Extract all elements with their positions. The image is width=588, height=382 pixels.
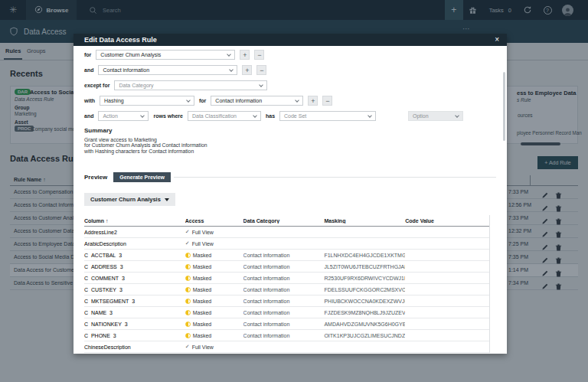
access-cell: Masked <box>185 276 243 281</box>
dropdown-placeholder: Action <box>103 113 117 119</box>
preview-table-row: C_NATIONKEY_3 Masked Contact information… <box>84 318 489 330</box>
remove-condition-button[interactable]: − <box>256 65 266 75</box>
full-view-icon: ✓ <box>185 229 190 235</box>
access-header: Access <box>185 218 243 224</box>
selected-asset: Customer Churn Analysis <box>90 196 161 203</box>
masking-cell: PHIUBCKWOCCNA0KDEXZWVJOG... <box>324 299 405 304</box>
masking-cell: FJZDESK9MZ8NQH8LJ9JZUZEVLB6... <box>324 310 405 315</box>
column-header-sortable[interactable]: Column ↑ <box>84 218 185 224</box>
chevron-down-icon <box>368 113 372 118</box>
data-classification-dropdown[interactable]: Data Classification <box>188 111 261 121</box>
masked-icon <box>185 264 191 269</box>
masked-icon <box>185 310 191 315</box>
masking-cell: JL5ZIT0WU6JTEBCUZFRTHGJAL226... <box>324 264 405 269</box>
column-name: AddressLine2 <box>84 230 185 235</box>
modal-header: Edit Data Access Rule × <box>74 34 507 46</box>
modal-title: Edit Data Access Rule <box>84 36 157 44</box>
dropdown-placeholder: Option <box>413 113 429 119</box>
preview-table-row: ChineseDescription ✓Full View <box>84 341 489 353</box>
dropdown-value: Hashing <box>104 98 124 103</box>
category-cell: Contact information <box>243 264 325 269</box>
column-name: C_ADDRESS_3 <box>84 264 185 269</box>
access-cell: Masked <box>185 253 243 258</box>
access-cell: Masked <box>185 333 243 338</box>
add-condition-button[interactable]: + <box>242 65 252 75</box>
preview-asset-selector[interactable]: Customer Churn Analysis <box>84 193 175 206</box>
category-cell: Contact information <box>243 299 325 304</box>
access-cell: Masked <box>185 310 243 315</box>
access-label: Masked <box>193 333 212 338</box>
access-cell: Masked <box>185 322 243 327</box>
access-label: Masked <box>193 322 212 327</box>
data-category-dropdown[interactable]: Data Category <box>114 80 267 90</box>
for-label: for <box>199 98 206 103</box>
summary-line: Grant view access to Marketing <box>84 137 507 142</box>
preview-table-row: ArabicDescription ✓Full View <box>84 238 489 250</box>
preview-table-row: C_CUSTKEY_3 Masked Contact information F… <box>84 284 489 295</box>
column-name: ChineseDescription <box>84 344 185 350</box>
edit-rule-modal: Edit Data Access Rule × for Customer Chu… <box>74 34 507 354</box>
column-name: C_COMMENT_3 <box>84 276 185 281</box>
chevron-down-icon <box>186 98 191 103</box>
tab-preview[interactable]: Preview <box>84 174 107 181</box>
masked-icon <box>185 253 191 258</box>
access-label: Full View <box>192 241 214 247</box>
column-name: C_NATIONKEY_3 <box>84 322 185 327</box>
masking-method-dropdown[interactable]: Hashing <box>100 96 194 106</box>
masked-icon <box>185 333 191 338</box>
preview-table-row: C_PHONE_3 Masked Contact information OIT… <box>84 330 489 341</box>
modal-scrollbar-thumb[interactable] <box>503 72 505 141</box>
preview-table-header: Column ↑ Access Data Category Masking Co… <box>84 215 489 227</box>
code-set-dropdown[interactable]: Code Set <box>279 111 376 121</box>
masking-cell: R2530UF9RX6DRWIVCYCDWJ1RTE... <box>324 276 405 281</box>
masked-icon <box>185 299 191 304</box>
access-label: Masked <box>193 276 212 281</box>
action-dropdown[interactable]: Action <box>98 111 149 121</box>
preview-table-row: C_MKTSEGMENT_3 Masked Contact informatio… <box>84 295 489 307</box>
masked-icon <box>185 287 191 292</box>
preview-table-row: C_COMMENT_3 Masked Contact information R… <box>84 273 489 284</box>
builder-row-for: for Customer Churn Analysis + − <box>84 50 507 60</box>
column-name: C_NAME_3 <box>84 310 185 315</box>
code-value-header: Code Value <box>405 218 489 224</box>
column-name: ArabicDescription <box>84 241 185 247</box>
dropdown-placeholder: Data Classification <box>192 113 237 119</box>
business-term-dropdown[interactable]: Contact information <box>98 65 237 75</box>
chevron-down-icon <box>227 52 232 57</box>
except-for-label: except for <box>84 83 109 88</box>
business-term-dropdown[interactable]: Customer Churn Analysis <box>96 50 235 60</box>
dropdown-placeholder: Code Set <box>284 113 306 119</box>
access-label: Masked <box>193 264 212 269</box>
chevron-down-icon <box>296 98 300 103</box>
builder-row-and: and Contact information + − <box>84 65 507 75</box>
add-condition-button[interactable]: + <box>308 96 318 106</box>
access-label: Full View <box>192 344 214 350</box>
sort-asc-icon: ↑ <box>106 218 109 224</box>
close-icon[interactable]: × <box>495 36 499 44</box>
generate-preview-button[interactable]: Generate Preview <box>113 172 171 182</box>
access-label: Masked <box>193 310 212 315</box>
preview-table: Column ↑ Access Data Category Masking Co… <box>84 215 490 353</box>
remove-condition-button[interactable]: − <box>322 96 332 106</box>
summary-heading: Summary <box>84 127 507 134</box>
full-view-icon: ✓ <box>185 344 190 350</box>
access-label: Masked <box>193 253 212 258</box>
dropdown-value: Customer Churn Analysis <box>100 52 161 57</box>
remove-condition-button[interactable]: − <box>254 50 264 60</box>
add-condition-button[interactable]: + <box>240 50 250 60</box>
masked-icon <box>185 322 191 327</box>
has-label: has <box>266 113 275 119</box>
full-view-icon: ✓ <box>185 240 190 247</box>
column-name: C_PHONE_3 <box>84 333 185 338</box>
dropdown-value: Contact information <box>103 67 149 73</box>
access-label: Masked <box>193 287 212 292</box>
masking-target-dropdown[interactable]: Contact information <box>211 96 303 106</box>
option-dropdown: Option <box>408 111 463 121</box>
builder-row-except: except for Data Category <box>84 80 507 90</box>
preview-table-row: AddressLine2 ✓Full View <box>84 227 489 238</box>
category-cell: Contact information <box>243 287 325 292</box>
builder-row-with: with Hashing for Contact information + − <box>84 96 507 106</box>
category-cell: Contact information <box>243 253 325 258</box>
with-label: with <box>84 98 95 103</box>
category-cell: Contact information <box>243 276 325 281</box>
